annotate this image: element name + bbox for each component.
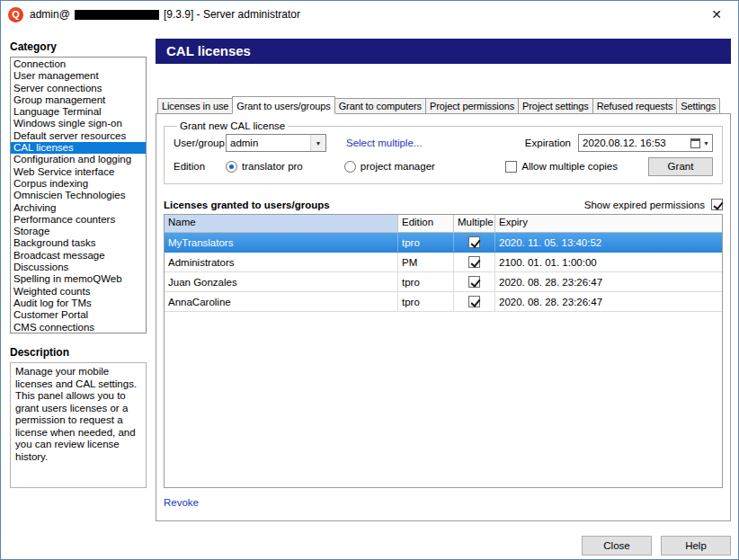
table-row[interactable]: AnnaCarolinetpro2020. 08. 28. 23:26:47 [165,292,722,312]
chevron-down-icon[interactable]: ▼ [703,140,709,147]
sidebar-item[interactable]: Weighted counts [11,286,146,298]
sidebar-item[interactable]: Default server resources [11,130,146,142]
sidebar-item[interactable]: Windows single sign-on [11,118,146,129]
radio-translator-pro-label: translator pro [242,161,303,172]
expiration-datepicker[interactable]: 2020.08.12. 16:53 ▼ [578,134,713,152]
server-administrator-window: Q admin@ [9.3.9] - Server administrator … [0,0,739,560]
sidebar-item[interactable]: Broadcast message [11,250,146,262]
table-row[interactable]: MyTranslatorstpro2020. 11. 05. 13:40:52 [165,233,722,253]
sidebar-item[interactable]: User management [11,70,146,82]
show-expired-label: Show expired permissions [584,200,705,210]
title-version: [9.3.9] - Server administrator [164,8,300,21]
cell-name: Juan Gonzales [165,272,398,291]
license-table: Name Edition Multiple Expiry MyTranslato… [164,214,723,488]
revoke-link[interactable]: Revoke [164,497,199,508]
tab-refused-requests[interactable]: Refused requests [592,98,678,114]
table-row[interactable]: Juan Gonzalestpro2020. 08. 28. 23:26:47 [165,272,722,292]
grant-row-edition: Edition translator pro project manager A… [174,155,713,178]
granted-section-bar: Licenses granted to users/groups Show ex… [164,199,723,210]
allow-multiple-checkbox[interactable] [505,161,517,173]
radio-translator-pro[interactable]: translator pro [226,161,303,173]
tab-settings[interactable]: Settings [676,98,720,114]
cell-expiry: 2020. 11. 05. 13:40:52 [495,233,722,252]
cell-edition: tpro [398,292,454,311]
sidebar-item[interactable]: Corpus indexing [11,178,146,190]
dialog-footer: Close Help [156,536,731,556]
multiple-checkbox[interactable] [468,236,480,248]
tab-licenses-in-use[interactable]: Licenses in use [157,98,233,114]
window-title: admin@ [9.3.9] - Server administrator [30,8,300,21]
granted-section-label: Licenses granted to users/groups [164,200,330,210]
table-row[interactable]: AdministratorsPM2100. 01. 01. 1:00:00 [165,253,722,272]
dialog-body: Category ConnectionUser managementServer… [1,28,738,560]
category-listbox: ConnectionUser managementServer connecti… [10,57,147,333]
radio-project-manager[interactable]: project manager [344,161,435,173]
main-panel: CAL licenses Licenses in use Grant to us… [154,28,738,560]
multiple-checkbox[interactable] [468,276,480,288]
tab-project-permissions[interactable]: Project permissions [425,98,519,114]
title-user: admin@ [30,8,70,21]
cell-multiple [454,253,495,271]
tab-grant-to-computers[interactable]: Grant to computers [334,98,426,114]
allow-multiple-label: Allow multiple copies [521,161,618,172]
sidebar-item[interactable]: Server connections [11,83,146,94]
calendar-icon[interactable] [690,138,700,148]
license-table-body: MyTranslatorstpro2020. 11. 05. 13:40:52A… [165,233,722,312]
tab-project-settings[interactable]: Project settings [518,98,593,114]
cell-name: AnnaCaroline [165,292,398,311]
column-header-expiry[interactable]: Expiry [495,215,722,232]
cell-expiry: 2020. 08. 28. 23:26:47 [495,272,722,291]
description-label: Description [10,346,147,359]
grant-group-title: Grant new CAL license [177,120,288,131]
close-icon[interactable]: ✕ [704,5,729,23]
sidebar-item[interactable]: CMS connections [11,322,146,333]
cell-expiry: 2020. 08. 28. 23:26:47 [495,292,722,311]
user-group-combobox[interactable]: admin ▼ [226,134,326,152]
sidebar-item[interactable]: Omniscien Technologies [11,190,146,201]
column-header-multiple[interactable]: Multiple [454,215,495,232]
sidebar-item[interactable]: Archiving [11,202,146,214]
sidebar-item[interactable]: Configuration and logging [11,154,146,165]
column-header-edition[interactable]: Edition [398,215,454,232]
sidebar-item[interactable]: Discussions [11,262,146,273]
tab-grant-to-users-groups[interactable]: Grant to users/groups [232,96,334,114]
sidebar-item[interactable]: Customer Portal [11,309,146,321]
grant-button[interactable]: Grant [648,157,713,176]
memoq-logo-icon: Q [8,7,23,22]
cell-multiple [454,272,495,291]
close-button[interactable]: Close [582,536,652,556]
cell-edition: tpro [398,272,454,291]
cell-edition: PM [398,253,454,271]
cell-multiple [454,233,495,252]
radio-project-manager-label: project manager [361,161,435,172]
user-group-value: admin [227,138,310,148]
cell-name: MyTranslators [165,233,398,252]
table-header-row: Name Edition Multiple Expiry [165,215,722,233]
sidebar-item[interactable]: Spelling in memoQWeb [11,273,146,285]
sidebar-item[interactable]: CAL licenses [11,142,146,154]
edition-label: Edition [174,161,226,172]
sidebar-item[interactable]: Web Service interface [11,166,146,178]
category-label: Category [10,40,147,53]
sidebar-item[interactable]: Storage [11,226,146,237]
help-button[interactable]: Help [661,536,731,556]
tab-strip: Licenses in use Grant to users/groups Gr… [156,96,731,114]
chevron-down-icon[interactable]: ▼ [310,135,325,151]
multiple-checkbox[interactable] [468,256,480,268]
show-expired-permissions[interactable]: Show expired permissions [584,199,723,210]
sidebar-item[interactable]: Connection [11,58,146,70]
sidebar-item[interactable]: Group management [11,94,146,106]
grant-row-user: User/group admin ▼ Select multiple... Ex… [174,131,713,155]
multiple-checkbox[interactable] [468,296,480,307]
allow-multiple-copies[interactable]: Allow multiple copies [505,161,618,173]
description-text: Manage your mobile licenses and CAL sett… [10,362,147,488]
show-expired-checkbox[interactable] [711,199,723,210]
titlebar: Q admin@ [9.3.9] - Server administrator … [1,1,738,28]
sidebar-item[interactable]: Background tasks [11,237,146,249]
sidebar-item[interactable]: Language Terminal [11,106,146,118]
cell-multiple [454,292,495,311]
sidebar-item[interactable]: Audit log for TMs [11,298,146,309]
select-multiple-link[interactable]: Select multiple... [346,138,422,148]
column-header-name[interactable]: Name [165,215,398,232]
sidebar-item[interactable]: Performance counters [11,214,146,226]
